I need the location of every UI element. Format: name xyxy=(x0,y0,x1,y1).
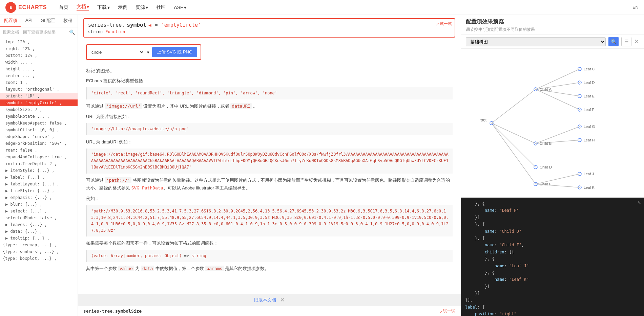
try-link[interactable]: ↗ 试一试 xyxy=(436,21,452,27)
symbol-input-section: circle rect roundRect triangle diamond p… xyxy=(78,40,461,64)
chart-area: root Child A Child B Child D Child F xyxy=(461,49,644,198)
para5: 可以通过 'path://' 将图标设置为任意的矢量路径。这种方式相比于使用图片… xyxy=(86,176,453,192)
nav-home[interactable]: 首页 xyxy=(59,4,68,10)
tree-item[interactable]: layout: 'orthogonal' , xyxy=(0,86,78,93)
para4: URL 为 dataURI 例如： xyxy=(86,138,453,146)
para6: 例如： xyxy=(86,195,453,202)
path-code: 'path://' xyxy=(105,177,131,183)
tree-item[interactable]: symbolKeepAspect: false , xyxy=(0,120,78,127)
tree-item[interactable]: {type: treemap, ...} , xyxy=(0,242,78,248)
type-function[interactable]: Function xyxy=(105,29,125,34)
lang-switch[interactable]: EN xyxy=(632,5,639,10)
preview-subtitle: 调节控件可预览配置项不同取值的效果 xyxy=(466,27,639,32)
param-type-num: number xyxy=(125,253,140,258)
nav-docs[interactable]: 文档 ▾ xyxy=(77,4,89,11)
tree-item[interactable]: expandAndCollapse: true , xyxy=(0,154,78,160)
nav-examples[interactable]: 示例 xyxy=(118,4,127,10)
code-edit-icon[interactable]: ✎ xyxy=(638,200,641,205)
try-icon: ↗ xyxy=(436,22,439,26)
code-line: name: "Leaf H" xyxy=(465,207,640,214)
tree-item[interactable]: {type: boxplot, ...} , xyxy=(0,255,78,262)
tree-item[interactable]: symbol: 'emptyCircle' , xyxy=(0,99,78,106)
code-types: string Function xyxy=(88,29,451,34)
upload-button[interactable]: 上传 SVG 或 PNG xyxy=(152,47,197,57)
search-input[interactable] xyxy=(3,30,68,35)
svg-rect-2 xyxy=(461,49,644,198)
logo-icon: E xyxy=(5,2,16,13)
tree-item[interactable]: center ... , xyxy=(0,72,78,79)
code-prefix: series-tree. xyxy=(88,22,125,28)
svg-text:Leaf H: Leaf H xyxy=(584,138,595,142)
code-header-box: series-tree. symbol ◀ = 'emptyCircle' st… xyxy=(83,18,455,38)
preview-title: 配置项效果预览 xyxy=(466,18,639,25)
svg-text:Child D: Child D xyxy=(540,165,552,169)
tab-tutorial[interactable]: 教程 xyxy=(59,15,76,27)
data-ref: data xyxy=(141,266,154,271)
svg-text:Leaf J: Leaf J xyxy=(584,172,594,176)
preview-search-button[interactable]: 🔍 xyxy=(608,37,619,46)
nav-community[interactable]: 社区 xyxy=(156,4,166,10)
bottom-try-link[interactable]: ↗ 试一试 xyxy=(440,308,455,314)
tree-item[interactable]: top: 12% , xyxy=(0,39,78,45)
svg-text:Leaf D: Leaf D xyxy=(584,81,595,85)
tree-item[interactable]: symbolOffset: [0, 0] , xyxy=(0,127,78,133)
preview-list-button[interactable]: ☰ xyxy=(621,37,631,46)
chart-type-select[interactable]: 基础树图 xyxy=(466,37,606,46)
tree-item[interactable]: ▶ itemStyle: {...} , xyxy=(0,167,78,174)
nav-download[interactable]: 下载 ▾ xyxy=(97,4,110,10)
tree-item[interactable]: {type: sunburst, ...} , xyxy=(0,248,78,255)
code-line: }, { xyxy=(465,269,640,276)
tree-item[interactable]: zoom: 1 , xyxy=(0,79,78,86)
code-line: name: "Child F", xyxy=(465,242,640,248)
tree-item[interactable]: ▶ lineStyle: {...} , xyxy=(0,187,78,194)
tree-item[interactable]: ▶ tooltip: {...} , xyxy=(0,235,78,242)
old-version-close[interactable]: ✕ xyxy=(280,297,285,303)
right-panel: 配置项效果预览 调节控件可预览配置项不同取值的效果 基础树图 🔍 ☰ ✕ xyxy=(461,15,644,316)
svg-text:Child A: Child A xyxy=(540,87,552,91)
nav-resources[interactable]: 资源 ▾ xyxy=(136,4,148,10)
tab-gl[interactable]: GL配置 xyxy=(37,15,59,27)
code-line: label: { xyxy=(465,304,640,311)
tree-item[interactable]: right: 12% , xyxy=(0,45,78,52)
code-header-title: series-tree. symbol ◀ = 'emptyCircle' xyxy=(88,22,451,28)
logo[interactable]: E ECHARTS xyxy=(5,2,47,13)
tree-item[interactable]: edgeForkPosition: '50%' , xyxy=(0,140,78,147)
bottom-try-icon: ↗ xyxy=(440,309,442,314)
tree-item[interactable]: ▶ emphasis: {...} , xyxy=(0,194,78,201)
tab-api[interactable]: API xyxy=(21,15,37,27)
search-button[interactable]: 🔍 xyxy=(69,29,75,35)
datauri-code: dataURI xyxy=(230,103,252,109)
image-url-code: 'image://url' xyxy=(105,103,142,109)
symbol-select[interactable]: circle rect roundRect triangle diamond p… xyxy=(90,49,144,55)
center-scroll[interactable]: 标记的图形。 ECharts 提供的标记类型包括 'circle', 'rect… xyxy=(78,64,461,294)
tree-item[interactable]: symbolRotate ... , xyxy=(0,113,78,120)
tree-item[interactable]: selectedMode: false , xyxy=(0,215,78,221)
tab-config[interactable]: 配置项 xyxy=(0,15,21,27)
tree-item[interactable]: ▶ label: {...} , xyxy=(0,174,78,181)
left-sidebar: 配置项 API GL配置 教程 🔍 top: 12% ,right: 12% ,… xyxy=(0,15,78,316)
type-string[interactable]: string xyxy=(88,29,103,34)
tree-item[interactable]: symbolSize: 7 , xyxy=(0,106,78,113)
code-arrow-left[interactable]: ◀ xyxy=(148,22,151,28)
sidebar-tabs: 配置项 API GL配置 教程 xyxy=(0,15,78,27)
tree-item[interactable]: bottom: 12% , xyxy=(0,52,78,59)
preview-close-button[interactable]: ✕ xyxy=(634,38,639,45)
tree-item[interactable]: ▶ blur: {...} , xyxy=(0,201,78,208)
center-content: series-tree. symbol ◀ = 'emptyCircle' st… xyxy=(78,15,461,316)
tree-item[interactable]: ▶ labelLayout: {...} , xyxy=(0,181,78,187)
tree-item[interactable]: initialTreeDepth: 2 , xyxy=(0,160,78,167)
tree-chart: root Child A Child B Child D Child F xyxy=(461,49,644,198)
code-line: position: "right" xyxy=(465,311,640,316)
tree-item[interactable]: orient: 'LR' , xyxy=(0,93,78,99)
svg-text:Leaf K: Leaf K xyxy=(584,185,595,189)
old-version-label[interactable]: 旧版本文档 xyxy=(254,297,276,303)
nav-asf[interactable]: ASF ▾ xyxy=(174,5,186,10)
tree-item[interactable]: width ... , xyxy=(0,59,78,66)
tree-item[interactable]: height ... , xyxy=(0,66,78,72)
svg-pathdata-link[interactable]: SVG PathData xyxy=(131,185,163,190)
tree-item[interactable]: ▶ leaves: {...} , xyxy=(0,221,78,228)
tree-item[interactable]: roam: false , xyxy=(0,147,78,154)
tree-item[interactable]: edgeShape: 'curve' , xyxy=(0,133,78,140)
tree-item[interactable]: ▶ data: {...} , xyxy=(0,228,78,235)
tree-item[interactable]: ▶ select: {...} , xyxy=(0,208,78,215)
